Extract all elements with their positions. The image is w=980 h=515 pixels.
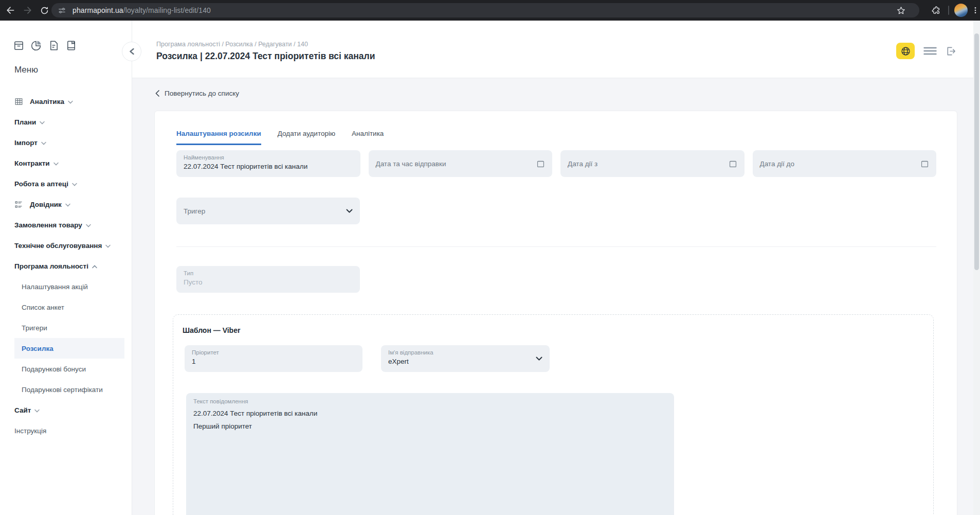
chevron-down-icon <box>53 162 59 166</box>
sidebar-item-questionnaires[interactable]: Список анкет <box>0 297 125 317</box>
chevron-up-icon <box>92 265 97 269</box>
name-field[interactable]: Найменування 22.07.2024 Тест пріоритетів… <box>176 150 360 177</box>
viber-template-section: Шаблон — Viber Пріоритет 1 Ім'я відправн… <box>173 314 934 515</box>
menu-title: Меню <box>14 65 38 75</box>
content-area: Повернутись до списку Налаштування розси… <box>132 78 980 515</box>
sidebar-item-contracts[interactable]: Контракти <box>0 153 125 173</box>
sidebar-collapse-button[interactable] <box>122 42 141 61</box>
url-text: pharmapoint.ua/loyalty/mailing-list/edit… <box>72 6 211 14</box>
calendar-icon[interactable] <box>729 159 737 168</box>
sidebar-item-triggers[interactable]: Тригери <box>0 317 125 338</box>
language-globe-button[interactable] <box>896 43 915 59</box>
sidebar-item-import[interactable]: Імпорт <box>0 132 125 153</box>
sidebar-item-loyalty-program[interactable]: Програма лояльності <box>0 256 125 276</box>
page-title: Розсилка | 22.07.2024 Тест пріоритетів в… <box>156 51 375 62</box>
sidebar-item-gift-bonuses[interactable]: Подарункові бонуси <box>0 359 125 379</box>
template-section-title: Шаблон — Viber <box>183 326 240 334</box>
date-to-field[interactable]: Дата дії до <box>753 150 937 177</box>
sidebar-item-pharmacy-work[interactable]: Робота в аптеці <box>0 173 125 194</box>
browser-toolbar: pharmapoint.ua/loyalty/mailing-list/edit… <box>0 0 980 21</box>
grid-icon <box>14 97 23 106</box>
pie-chart-icon[interactable] <box>30 40 42 54</box>
bookmark-star-icon[interactable] <box>895 4 907 16</box>
archive-icon[interactable] <box>13 40 25 54</box>
mailing-edit-card: Налаштування розсилки Додати аудиторію А… <box>154 111 957 515</box>
browser-reload-button[interactable] <box>38 4 50 16</box>
sidebar-item-maintenance[interactable]: Технічне обслуговування <box>0 235 125 256</box>
document-icon[interactable] <box>48 40 60 54</box>
date-from-field[interactable]: Дата дії з <box>560 150 745 177</box>
browser-forward-button[interactable] <box>22 4 34 16</box>
chevron-down-icon <box>65 203 70 207</box>
site-info-icon[interactable] <box>58 6 66 15</box>
trigger-select[interactable]: Тригер <box>176 198 360 224</box>
sidebar: Меню Аналітика Плани Імпорт Контракти Ро… <box>0 21 132 515</box>
chevron-left-icon <box>155 90 159 97</box>
browser-back-button[interactable] <box>4 4 16 16</box>
message-text-area[interactable]: Текст повідомлення 22.07.2024 Тест пріор… <box>186 393 674 515</box>
send-datetime-field[interactable]: Дата та час відправки <box>369 150 553 177</box>
sidebar-item-directory[interactable]: Довідник <box>0 194 125 215</box>
back-to-list-link[interactable]: Повернутись до списку <box>155 90 239 97</box>
tab-analytics[interactable]: Аналітика <box>352 122 384 145</box>
toolbar-divider <box>948 6 949 15</box>
browser-menu-icon[interactable] <box>969 4 980 16</box>
chevron-down-icon <box>536 357 542 361</box>
extensions-icon[interactable] <box>930 4 942 16</box>
tab-bar: Налаштування розсилки Додати аудиторію А… <box>176 122 384 145</box>
chevron-down-icon <box>34 409 40 413</box>
browser-profile-avatar[interactable] <box>954 4 968 17</box>
hamburger-menu-icon[interactable] <box>921 43 939 59</box>
tab-add-audience[interactable]: Додати аудиторію <box>278 122 335 145</box>
chevron-down-icon <box>72 183 77 186</box>
page-header: Програма лояльності / Розсилка / Редагув… <box>132 21 980 78</box>
sidebar-item-analytics[interactable]: Аналітика <box>0 91 125 112</box>
chevron-down-icon <box>40 121 45 125</box>
chevron-down-icon <box>105 244 111 248</box>
priority-field[interactable]: Пріоритет 1 <box>185 345 362 372</box>
chevron-down-icon <box>346 209 353 213</box>
tab-mailing-settings[interactable]: Налаштування розсилки <box>176 122 261 145</box>
breadcrumb: Програма лояльності / Розсилка / Редагув… <box>156 41 308 48</box>
address-bar[interactable]: pharmapoint.ua/loyalty/mailing-list/edit… <box>51 3 919 17</box>
calendar-icon[interactable] <box>536 159 545 168</box>
sidebar-item-site[interactable]: Сайт <box>0 400 125 420</box>
sidebar-app-icons <box>13 40 77 54</box>
logout-icon[interactable] <box>941 43 960 59</box>
chevron-down-icon <box>41 141 46 145</box>
sidebar-item-plans[interactable]: Плани <box>0 112 125 132</box>
list-icon <box>14 200 23 209</box>
page-scrollbar[interactable] <box>973 21 980 515</box>
sidebar-item-mailing[interactable]: Розсилка <box>14 338 124 359</box>
chevron-down-icon <box>86 224 91 227</box>
type-field[interactable]: Тип Пусто <box>176 266 360 293</box>
sender-name-select[interactable]: Ім'я відправника eXpert <box>381 345 550 372</box>
sidebar-item-gift-certificates[interactable]: Подарункові сертифікати <box>0 379 125 400</box>
sidebar-item-promo-settings[interactable]: Налаштування акцій <box>0 276 125 297</box>
calendar-icon[interactable] <box>920 159 929 168</box>
chevron-down-icon <box>68 100 73 104</box>
sidebar-item-instruction[interactable]: Інструкція <box>0 420 125 441</box>
section-divider <box>176 246 936 247</box>
scrollbar-thumb[interactable] <box>974 33 979 270</box>
date-fields-row: Найменування 22.07.2024 Тест пріоритетів… <box>176 150 936 177</box>
sidebar-item-goods-order[interactable]: Замовлення товару <box>0 215 125 235</box>
book-icon[interactable] <box>65 40 77 54</box>
